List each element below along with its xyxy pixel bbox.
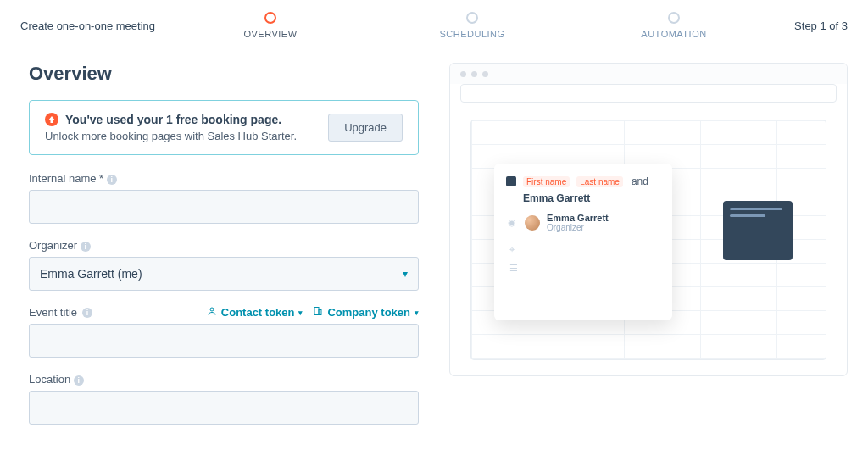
step-circle [668,12,680,24]
wizard-header: Create one-on-one meeting OVERVIEW SCHED… [0,0,868,63]
form-column: Overview You've used your 1 free booking… [29,63,419,440]
svg-rect-2 [319,310,321,315]
calendar-event-block [723,201,793,260]
svg-rect-1 [314,308,319,315]
company-token-label: Company token [327,306,410,319]
organizer-name: Emma Garrett [547,213,609,223]
info-icon[interactable]: i [74,375,84,386]
step-scheduling[interactable]: SCHEDULING [434,12,510,39]
organizer-value: Emma Garrett (me) [40,267,142,281]
wizard-steps: OVERVIEW SCHEDULING AUTOMATION [181,12,763,39]
event-line-icon [730,208,782,210]
step-automation[interactable]: AUTOMATION [636,12,712,39]
company-token-button[interactable]: Company token ▾ [313,306,419,319]
info-icon[interactable]: i [82,308,92,318]
field-event-title: Event title i Contact token ▾ [29,306,419,358]
meeting-card: First name Last name and Emma Garrett ◉ … [494,164,672,320]
svg-point-0 [210,308,214,311]
step-circle [264,12,276,24]
organizer-select[interactable]: Emma Garrett (me) ▾ [29,257,419,291]
contact-token-label: Contact token [221,306,295,319]
preview-frame: First name Last name and Emma Garrett ◉ … [449,63,848,376]
event-line-icon [730,214,765,217]
preview-titlebar [450,64,847,84]
location-pin-icon: ⌖ [509,244,518,253]
token-chip-last-name: Last name [576,176,623,187]
people-icon: ◉ [508,217,518,228]
person-icon [207,306,217,319]
description-icon: ☰ [509,263,518,271]
upgrade-icon [45,113,58,126]
step-connector [510,19,636,19]
preview-urlbar [460,84,837,103]
preview-body: First name Last name and Emma Garrett ◉ … [450,113,847,375]
chevron-down-icon: ▾ [415,309,419,317]
wizard-title: Create one-on-one meeting [20,19,181,32]
info-icon[interactable]: i [81,242,91,252]
meeting-subject-name: Emma Garrett [523,192,660,204]
event-title-input[interactable] [29,324,419,358]
literal-and: and [632,175,648,187]
step-indicator: Step 1 of 3 [763,19,848,32]
step-circle [466,12,478,24]
preview-column: First name Last name and Emma Garrett ◉ … [449,63,848,440]
callout-subtitle: Unlock more booking pages with Sales Hub… [45,130,313,142]
building-icon [313,306,323,319]
avatar [525,215,540,231]
field-location: Location i [29,373,419,425]
step-label: SCHEDULING [439,29,504,39]
event-title-label: Event title [29,306,77,319]
location-input[interactable] [29,391,419,425]
step-label: AUTOMATION [641,29,706,39]
step-connector [309,19,434,19]
upgrade-callout: You've used your 1 free booking page. Un… [29,100,419,155]
chevron-down-icon: ▾ [403,268,408,280]
location-label: Location [29,373,70,386]
internal-name-input[interactable] [29,190,419,224]
organizer-role: Organizer [547,223,609,232]
step-label: OVERVIEW [243,29,297,39]
upgrade-button[interactable]: Upgrade [328,114,403,142]
step-overview[interactable]: OVERVIEW [232,12,309,39]
callout-title: You've used your 1 free booking page. [65,113,281,126]
chevron-down-icon: ▾ [298,309,303,317]
window-dot-icon [460,71,466,77]
page-heading: Overview [29,63,419,85]
window-dot-icon [471,71,477,77]
color-swatch-icon [506,176,516,186]
organizer-label: Organizer [29,239,77,252]
window-dot-icon [482,71,488,77]
field-internal-name: Internal name * i [29,172,419,224]
token-chip-first-name: First name [523,176,570,187]
contact-token-button[interactable]: Contact token ▾ [207,306,303,319]
field-organizer: Organizer i Emma Garrett (me) ▾ [29,239,419,291]
internal-name-label: Internal name * [29,172,103,185]
info-icon[interactable]: i [107,175,117,185]
